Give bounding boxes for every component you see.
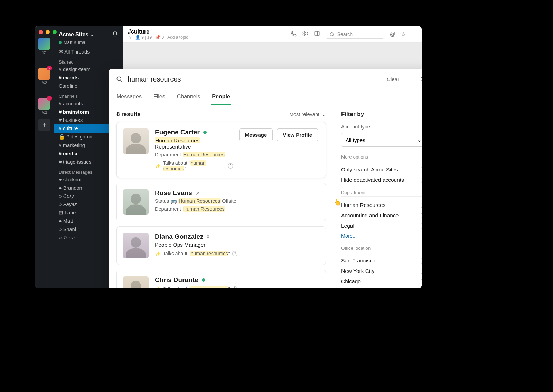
current-user: Matt Kuma	[64, 40, 85, 45]
workspace-switch-3[interactable]: 5	[38, 98, 50, 110]
member-count[interactable]: 9 | 19	[141, 35, 152, 40]
checkbox[interactable]	[421, 167, 422, 172]
channel-name[interactable]: #culture	[128, 29, 188, 35]
phone-icon[interactable]	[290, 30, 297, 38]
presence-online-icon	[203, 131, 207, 134]
workspace-shortcut-2: ⌘2	[41, 81, 47, 85]
filter-group-label: Department	[341, 190, 422, 197]
filter-option[interactable]: Legal	[341, 221, 422, 231]
search-icon	[329, 32, 335, 37]
search-icon	[116, 76, 123, 83]
filter-panel: Filter by Account type All types ⌄ More …	[334, 105, 422, 288]
view-profile-button[interactable]: View Profile	[277, 128, 318, 141]
help-icon[interactable]: ?	[232, 251, 237, 256]
filter-group-label: Office location	[341, 246, 422, 252]
more-link[interactable]: More...	[341, 287, 422, 288]
account-type-select[interactable]: All types ⌄	[341, 133, 422, 147]
message-button[interactable]: Message	[239, 128, 273, 141]
avatar	[123, 189, 149, 215]
workspace-name: Acme Sites	[59, 31, 88, 38]
gear-icon[interactable]	[302, 30, 308, 38]
search-input[interactable]	[128, 75, 382, 83]
global-search[interactable]: Search	[326, 30, 384, 39]
checkbox[interactable]	[421, 258, 422, 264]
chevron-down-icon: ⌄	[91, 32, 94, 37]
workspace-switch-1[interactable]	[38, 38, 50, 50]
workspace-badge: 5	[47, 96, 52, 101]
filter-title: Filter by	[341, 111, 422, 118]
sort-dropdown[interactable]: Most relevant⌄	[289, 112, 326, 117]
sparkle-icon: ✨	[155, 251, 161, 256]
workspace-badge: 2	[47, 66, 52, 70]
presence-away-icon	[207, 235, 209, 238]
checkbox[interactable]	[421, 178, 422, 183]
svg-point-2	[330, 32, 333, 36]
person-name: Chris Durante	[155, 276, 198, 284]
avatar	[123, 233, 149, 258]
svg-rect-1	[315, 31, 319, 36]
more-icon[interactable]: ⋮	[411, 31, 417, 38]
presence-online-icon	[202, 278, 205, 282]
workspace-switch-2[interactable]: 2	[38, 68, 50, 80]
external-icon: ↗	[196, 190, 200, 196]
sidebar-section-starred: Starred	[54, 56, 123, 65]
search-modal: Clear ✕ Messages Files Channels People 8…	[109, 69, 422, 288]
person-result[interactable]: Eugene Carter Human Resources Representa…	[116, 122, 326, 178]
panel-icon[interactable]	[314, 30, 320, 38]
avatar	[123, 128, 149, 154]
checkbox[interactable]	[421, 203, 422, 208]
svg-point-3	[117, 77, 121, 81]
filter-group-label: More options	[341, 154, 422, 161]
tab-messages[interactable]: Messages	[116, 89, 142, 105]
filter-option[interactable]: San Francisco	[341, 256, 422, 266]
close-icon[interactable]: ✕	[419, 74, 422, 84]
sparkle-icon: ✨	[155, 163, 161, 169]
bell-icon[interactable]	[112, 31, 118, 38]
checkbox[interactable]	[421, 213, 422, 218]
checkbox[interactable]	[421, 279, 422, 284]
person-result[interactable]: Chris Durante ✨Talks about "human resour…	[116, 270, 326, 288]
window-traffic-lights[interactable]	[39, 30, 57, 34]
chevron-down-icon: ⌄	[417, 137, 422, 143]
workspace-add-button[interactable]: +	[38, 119, 50, 131]
tab-people[interactable]: People	[211, 89, 231, 105]
person-result[interactable]: Rose Evans↗ Status🚌Human Resources Offsi…	[116, 183, 326, 221]
tab-channels[interactable]: Channels	[176, 89, 201, 105]
workspace-rail: ⌘1 2 ⌘2 5 ⌘3 +	[35, 26, 54, 288]
filter-option[interactable]: New York City	[341, 266, 422, 276]
results-count: 8 results	[116, 111, 141, 118]
pin-count[interactable]: 📌 0	[155, 35, 164, 40]
chevron-down-icon: ⌄	[321, 112, 326, 117]
filter-option[interactable]: Only search Acme Sites	[341, 164, 422, 175]
clear-button[interactable]: Clear	[387, 76, 399, 82]
person-name: Rose Evans	[155, 189, 192, 197]
workspace-shortcut-1: ⌘1	[41, 51, 47, 55]
filter-option[interactable]: Chicago	[341, 276, 422, 287]
checkbox[interactable]	[421, 269, 422, 274]
search-tabs: Messages Files Channels People	[109, 89, 422, 105]
workspace-shortcut-3: ⌘3	[41, 111, 47, 115]
all-threads-link[interactable]: ✉ All Threads	[54, 48, 123, 56]
person-result[interactable]: Diana Gonzalez People Ops Manager ✨Talks…	[116, 226, 326, 265]
channel-header: #culture ☆ 👤 9 | 19 📌 0 Add a topic Sear…	[123, 26, 422, 43]
help-icon[interactable]: ?	[228, 163, 233, 169]
star-outline-icon[interactable]: ☆	[401, 31, 406, 38]
svg-point-0	[304, 33, 306, 35]
filter-option[interactable]: Accounting and Finance	[341, 210, 422, 221]
avatar	[123, 276, 149, 288]
help-icon[interactable]: ?	[232, 286, 237, 289]
search-placeholder: Search	[337, 31, 353, 37]
checkbox[interactable]	[421, 223, 422, 229]
sparkle-icon: ✨	[155, 286, 161, 288]
person-name: Eugene Carter	[155, 128, 200, 136]
more-link[interactable]: More...	[341, 231, 422, 241]
mentions-icon[interactable]: @	[390, 31, 395, 37]
filter-label: Account type	[341, 124, 422, 130]
channel-topic[interactable]: Add a topic	[167, 35, 188, 40]
tab-files[interactable]: Files	[153, 89, 166, 105]
filter-option[interactable]: Human Resources	[341, 200, 422, 210]
workspace-menu[interactable]: Acme Sites ⌄	[54, 29, 123, 40]
filter-option[interactable]: Hide deactivated accounts	[341, 175, 422, 185]
star-icon[interactable]: ☆	[128, 35, 132, 40]
person-name: Diana Gonzalez	[155, 233, 203, 240]
